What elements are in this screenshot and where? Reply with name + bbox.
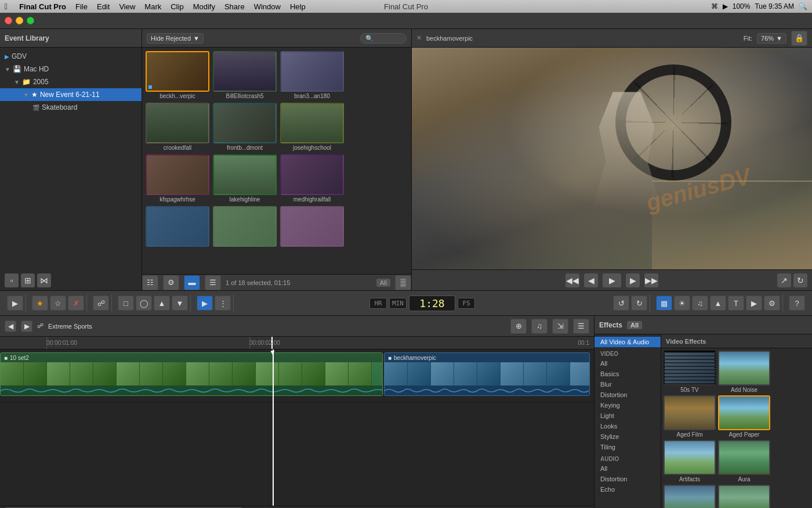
viewer-settings-btn[interactable]: ↻ [793,273,807,287]
overwrite-btn[interactable]: ▼ [172,296,188,311]
filmstrip-view-btn[interactable]: ▬ [184,275,200,290]
clip-thumb-extra2[interactable] [213,206,277,248]
timeline-scrollbar[interactable] [0,506,594,508]
event-library-tree[interactable]: ▶ GDV ▼ 💾 Mac HD ▼ 📁 2005 ▼ ★ New Event … [0,48,142,290]
maximize-button[interactable] [27,17,34,24]
effects-cat-all-video-audio[interactable]: All Video & Audio [594,337,661,347]
photo-btn[interactable]: ☀ [674,296,690,311]
transform-btn[interactable]: ▶ [746,296,762,311]
viewer-lock-icon[interactable]: 🔒 [791,31,807,46]
effects-cat-all[interactable]: All [594,358,661,369]
effects-btn[interactable]: ⚙ [764,296,780,311]
viewer-crop-btn[interactable]: ⊞ [21,273,35,287]
effects-cat-blur[interactable]: Blur [594,379,661,390]
timeline-zoom-in-btn[interactable]: ⊕ [510,319,527,334]
effect-50s-tv[interactable]: 50s TV [664,351,716,393]
clip-thumb-extra1[interactable] [146,206,209,248]
effect-aura[interactable]: Aura [718,440,770,482]
menu-clip[interactable]: Clip [171,2,183,11]
effects-categories[interactable]: All Video & Audio VIDEO All Basics Blur … [594,334,661,508]
list-view-icon[interactable]: ☷ [142,275,158,290]
audio-btn[interactable]: ♫ [692,296,708,311]
effect-add-noise[interactable]: Add Noise [718,351,770,393]
effects-cat-tiling[interactable]: Tiling [594,442,661,452]
clip-thumb-bran3an180[interactable]: bran3...an180 [280,51,344,99]
effects-cat-audio-all[interactable]: All [594,463,661,474]
filter-dropdown[interactable]: Hide Rejected ▼ [147,33,204,44]
effect-aged-paper[interactable]: Aged Paper [718,395,770,438]
tree-item-2005[interactable]: ▼ 📁 2005 [0,75,142,88]
timeline-clip-height-btn[interactable]: ☰ [573,319,589,334]
effects-grid[interactable]: 50s TV Add Noise [661,348,812,508]
clip-beckhamoverpic[interactable]: ■ beckhamoverpic [384,352,590,396]
video-inspector-btn[interactable]: ▩ [656,296,672,311]
effect-artifacts[interactable]: Artifacts [664,440,716,482]
playhead[interactable] [273,350,274,506]
menu-final-cut-pro[interactable]: Final Cut Pro [19,2,66,11]
effects-cat-distortion[interactable]: Distortion [594,390,661,400]
import-btn[interactable]: ▶ [7,296,23,311]
clip-thumb-beckhamoverpic[interactable]: beckh...verpic [146,51,209,99]
filter-icon[interactable]: ▒ [395,275,411,290]
menu-share[interactable]: Share [224,2,245,11]
clip-thumb-crookedfall[interactable]: crookedfall [146,103,209,151]
menu-view[interactable]: View [119,2,135,11]
viewer-fullscreen-btn[interactable]: ↗ [777,273,791,287]
redo-btn[interactable]: ↻ [631,296,647,311]
fit-dropdown[interactable]: 76% ▼ [757,33,786,44]
viewer-rewind-btn[interactable]: ◀◀ [566,273,579,287]
select-tool-btn[interactable]: ▶ [197,296,213,311]
tree-item-new-event[interactable]: ▼ ★ New Event 6-21-11 [0,88,142,101]
favorite-btn[interactable]: ★ [32,296,48,311]
clip-thumb-billelliotcrash5[interactable]: BillElliotcrash5 [213,51,277,99]
menu-window[interactable]: Window [254,2,281,11]
title-btn[interactable]: T [728,296,744,311]
tree-item-skateboard[interactable]: 🎬 Skateboard [0,101,142,114]
menu-modify[interactable]: Modify [193,2,215,11]
effects-cat-looks[interactable]: Looks [594,421,661,431]
connect-btn[interactable]: □ [118,296,134,311]
timeline-audio-btn[interactable]: ♫ [531,319,548,334]
gear-icon[interactable]: ⚙ [163,275,179,290]
effect-item-7[interactable] [664,485,716,508]
keyword-btn[interactable]: ☍ [93,296,109,311]
timeline-tracks[interactable]: ■ 10 set2 [0,350,594,506]
viewer-close-icon[interactable]: ✕ [416,34,422,42]
tree-item-gdv[interactable]: ▶ GDV [0,50,142,63]
apple-menu[interactable]:  [5,2,8,11]
menu-file[interactable]: File [75,2,88,11]
timecode-display[interactable]: 1:28 [409,296,455,311]
effects-cat-keying[interactable]: Keying [594,400,661,410]
menu-help[interactable]: Help [290,2,306,11]
clip-thumb-extra3[interactable] [280,206,344,248]
timeline-snapping-btn[interactable]: ⇲ [552,319,568,334]
minimize-button[interactable] [16,17,23,24]
menu-mark[interactable]: Mark [144,2,161,11]
clip-thumb-medhighrailfall[interactable]: medhighrailfall [280,154,344,203]
effect-item-8[interactable] [718,485,770,508]
viewer-distort-btn[interactable]: ⋈ [37,273,51,287]
all-filter-badge[interactable]: All [376,279,390,287]
empty-track-area[interactable] [0,437,594,506]
effects-cat-basics[interactable]: Basics [594,369,661,379]
event-browser-content[interactable]: beckh...verpic BillElliotcrash5 bran3...… [142,48,411,274]
viewer-prev-frame-btn[interactable]: ◀ [584,273,598,287]
close-button[interactable] [5,17,12,24]
help-btn[interactable]: ? [789,296,805,311]
viewer-play-btn[interactable]: ▶ [603,273,621,287]
timeline-next-btn[interactable]: ▶ [21,320,32,332]
append-btn[interactable]: ▲ [154,296,170,311]
effects-cat-audio-distortion[interactable]: Distortion [594,474,661,484]
undo-btn[interactable]: ↺ [613,296,629,311]
list-view-btn[interactable]: ☰ [205,275,221,290]
clip-thumb-frontbdmont[interactable]: frontb...dmont [213,103,277,151]
clip-thumb-josehighschool[interactable]: josehighschool [280,103,344,151]
insert-btn[interactable]: ◯ [136,296,152,311]
reject-btn[interactable]: ✗ [68,296,84,311]
event-search-input[interactable] [360,33,407,44]
effect-aged-film[interactable]: Aged Film [664,395,716,438]
clip-10set2[interactable]: ■ 10 set2 [0,352,383,396]
effects-all-badge[interactable]: All [627,321,642,329]
unrate-btn[interactable]: ☆ [50,296,66,311]
effects-cat-echo[interactable]: Echo [594,484,661,495]
